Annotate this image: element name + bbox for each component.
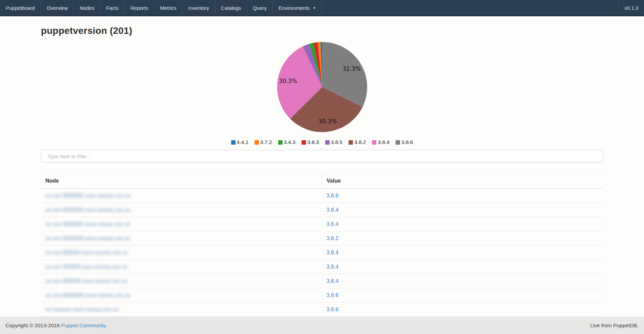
legend-label: 3.8.4 — [378, 139, 389, 145]
column-header-value[interactable]: Value — [322, 173, 603, 189]
puppet-community-link[interactable]: Puppet Community — [61, 322, 106, 328]
table-row: xx-xxx-0000000.xxxx-xxxxxx.xxx.xx3.8.4 — [41, 203, 603, 217]
filter-input[interactable] — [41, 150, 603, 163]
nav-item-facts[interactable]: Facts — [101, 0, 125, 16]
legend-swatch-icon — [302, 140, 306, 145]
column-header-node[interactable]: Node — [41, 173, 322, 189]
nav-items: OverviewNodesFactsReportsMetricsInventor… — [41, 0, 273, 16]
pie-chart-legend: 4.4.13.7.23.4.33.8.33.8.53.8.23.8.43.8.6 — [41, 139, 603, 146]
legend-item-4.4.1: 4.4.1 — [231, 139, 248, 145]
table-header-row: Node Value — [41, 173, 603, 189]
nav-item-metrics[interactable]: Metrics — [154, 0, 182, 16]
legend-swatch-icon — [278, 140, 283, 145]
nav-item-inventory[interactable]: Inventory — [182, 0, 215, 16]
table-row: xx-xxxxxxx.xxxx-xxxxxx.xxx.xx3.8.6 — [41, 302, 603, 317]
fact-value-link[interactable]: 3.8.6 — [327, 292, 339, 298]
legend-swatch-icon — [231, 140, 236, 145]
table-row: xx-xxx-000000.xxxx-xxxxxx.xxx.xx3.8.4 — [41, 246, 603, 260]
top-navbar: Puppetboard OverviewNodesFactsReportsMet… — [0, 0, 644, 16]
legend-item-3.8.6: 3.8.6 — [396, 139, 413, 145]
fact-value-link[interactable]: 3.8.6 — [327, 193, 339, 199]
node-link-redacted[interactable]: xx-xxx-000000.xxxx-xxxxxx.xxx.xx — [45, 264, 128, 270]
node-link-redacted[interactable]: xx-xxx-0000000.xxxx-xxxxxx.xxx.xx — [45, 292, 131, 298]
fact-pie-chart: 32.3%30.3%30.3% 4.4.13.7.23.4.33.8.33.8.… — [41, 36, 603, 146]
fact-value-link[interactable]: 3.8.4 — [327, 221, 339, 227]
legend-swatch-icon — [396, 140, 400, 145]
node-link-redacted[interactable]: xx-xxx-000000.xxxx-xxxxxx.xxx.xx — [45, 250, 128, 255]
main-content: puppetversion (201) 32.3%30.3%30.3% 4.4.… — [41, 25, 603, 317]
legend-label: 3.7.2 — [260, 139, 272, 145]
legend-item-3.8.3: 3.8.3 — [302, 139, 319, 145]
footer-copyright: Copyright © 2013-2016 Puppet Community. — [5, 322, 107, 329]
node-link-redacted[interactable]: xx-xxx-0000000.xxxx-xxxxxx.xxx.xx — [45, 207, 131, 213]
legend-label: 4.4.1 — [237, 139, 248, 145]
version-badge: v0.1.3 — [618, 0, 644, 16]
copyright-text: Copyright © 2013-2016 — [5, 322, 60, 328]
nav-item-reports[interactable]: Reports — [125, 0, 154, 16]
nav-item-nodes[interactable]: Nodes — [74, 0, 100, 16]
legend-label: 3.4.3 — [284, 139, 295, 145]
table-row: xx-xxx-0000000.xxxx-xxxxxx.xxx.xx3.8.6 — [41, 288, 603, 302]
legend-label: 3.8.2 — [354, 139, 366, 145]
node-link-redacted[interactable]: xx-xxx-0000000.xxxx-xxxxxx.xxx.xx — [45, 221, 131, 227]
footer: Copyright © 2013-2016 Puppet Community. … — [0, 317, 644, 334]
legend-item-3.4.3: 3.4.3 — [278, 139, 295, 145]
nav-item-environments[interactable]: Environments ▼ — [273, 0, 322, 16]
fact-value-link[interactable]: 3.8.6 — [327, 307, 339, 312]
legend-label: 3.8.5 — [331, 139, 342, 145]
node-link-redacted[interactable]: xx-xxx-0000000.xxxx-xxxxxx.xxx.xx — [45, 235, 131, 241]
fact-value-link[interactable]: 3.8.4 — [327, 278, 339, 284]
environments-label: Environments — [279, 5, 310, 11]
fact-value-link[interactable]: 3.8.4 — [327, 250, 339, 255]
node-link-redacted[interactable]: xx-xxxxxxx.xxxx-xxxxxx.xxx.xx — [45, 307, 118, 312]
legend-item-3.8.2: 3.8.2 — [349, 139, 366, 145]
nav-item-query[interactable]: Query — [247, 0, 273, 16]
legend-item-3.8.4: 3.8.4 — [372, 139, 389, 145]
footer-live-status: Live from PuppetDB. — [590, 322, 639, 329]
legend-swatch-icon — [349, 140, 353, 145]
table-row: xx-xxx-000000.xxxx-xxxxxx.xxx.xx3.8.4 — [41, 274, 603, 288]
pie-slice-label: 32.3% — [342, 65, 360, 72]
nav-brand-puppetboard[interactable]: Puppetboard — [0, 0, 41, 16]
legend-item-3.7.2: 3.7.2 — [254, 139, 272, 145]
node-link-redacted[interactable]: xx-xxx-0000000.xxxx-xxxxxx.xxx.xx — [45, 193, 131, 199]
pie-chart-svg: 32.3%30.3%30.3% — [254, 36, 390, 138]
fact-value-table: Node Value xx-xxx-0000000.xxxx-xxxxxx.xx… — [41, 173, 603, 317]
table-row: xx-xxx-0000000.xxxx-xxxxxx.xxx.xx3.8.6 — [41, 189, 603, 203]
legend-label: 3.8.6 — [401, 139, 413, 145]
copyright-period: . — [105, 322, 107, 328]
page-title: puppetversion (201) — [41, 25, 603, 36]
fact-value-link[interactable]: 3.8.2 — [327, 235, 339, 241]
dropdown-caret-icon: ▼ — [313, 6, 316, 10]
table-row: xx-xxx-000000.xxxx-xxxxxx.xxx.xx3.8.4 — [41, 260, 603, 274]
legend-swatch-icon — [325, 140, 330, 145]
nav-item-catalogs[interactable]: Catalogs — [215, 0, 247, 16]
fact-value-link[interactable]: 3.8.4 — [327, 264, 339, 270]
table-row: xx-xxx-0000000.xxxx-xxxxxx.xxx.xx3.8.2 — [41, 231, 603, 246]
table-row: xx-xxx-0000000.xxxx-xxxxxx.xxx.xx3.8.4 — [41, 217, 603, 231]
pie-slice-label: 30.3% — [279, 78, 297, 84]
pie-slice-label: 30.3% — [318, 118, 337, 125]
nav-spacer — [322, 0, 618, 16]
nav-item-overview[interactable]: Overview — [41, 0, 74, 16]
fact-value-link[interactable]: 3.8.4 — [327, 207, 339, 213]
legend-label: 3.8.3 — [307, 139, 319, 145]
legend-swatch-icon — [372, 140, 376, 145]
legend-item-3.8.5: 3.8.5 — [325, 139, 342, 145]
node-link-redacted[interactable]: xx-xxx-000000.xxxx-xxxxxx.xxx.xx — [45, 278, 128, 284]
legend-swatch-icon — [254, 140, 259, 145]
